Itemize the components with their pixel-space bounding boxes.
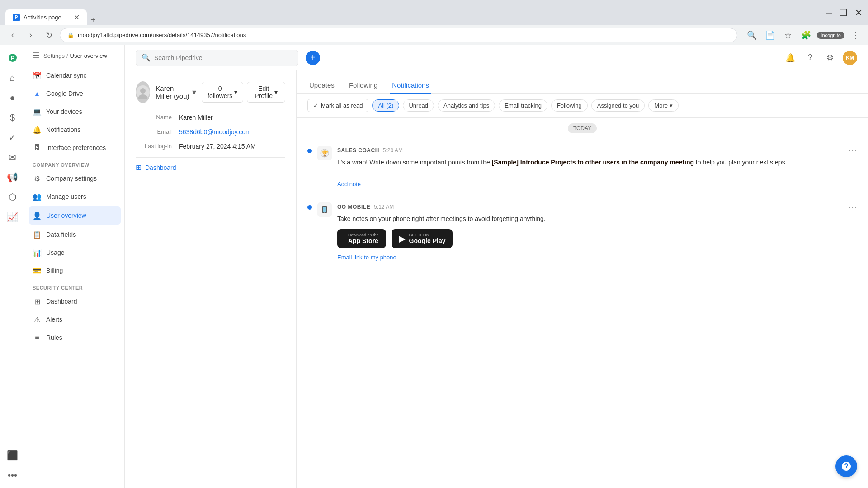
home-icon[interactable]: ⌂ [4,69,22,87]
reports-icon[interactable]: 📈 [4,208,22,226]
main-sidebar: ☰ Settings / User overview 📅 Calendar sy… [25,45,125,488]
profile-details: Name Karen Miller Email 5638d6b0@moodjoy… [136,114,285,150]
apps-icon[interactable]: ⬛ [4,446,22,465]
bookmark-button[interactable]: ☆ [781,28,795,42]
menu-toggle-icon[interactable]: ☰ [33,51,40,61]
sidebar-item-google-drive[interactable]: ▲ Google Drive [25,84,124,103]
add-note-link[interactable]: Add note [337,177,361,188]
check-icon: ✓ [313,102,318,109]
content-panels: Karen Miller (you) ▾ 0 followers ▾ Edit … [125,70,868,488]
google-play-name: Google Play [409,237,446,244]
incognito-badge: Incognito [817,32,844,39]
address-bar[interactable]: 🔒 moodjoy1altd.pipedrive.com/users/detai… [60,28,737,42]
app-store-badge[interactable]: Download on the App Store [337,229,386,248]
today-badge: TODAY [568,123,597,133]
usage-icon: 📊 [33,248,42,257]
sidebar-item-notifications[interactable]: 🔔 Notifications [25,121,124,139]
svg-text:🏆: 🏆 [321,150,328,157]
tab-updates[interactable]: Updates [307,78,336,94]
deals-icon[interactable]: $ [4,108,22,127]
filter-following[interactable]: Following [551,99,588,112]
add-button[interactable]: + [306,51,320,65]
filter-all[interactable]: All (2) [372,99,399,112]
sidebar-item-alerts[interactable]: ⚠ Alerts [25,310,124,328]
campaigns-icon[interactable]: 📢 [4,168,22,186]
sidebar-item-your-devices[interactable]: 💻 Your devices [25,103,124,121]
edit-profile-label: Edit Profile [255,85,273,99]
filter-email-tracking[interactable]: Email tracking [499,99,547,112]
sidebar-item-interface-preferences-label: Interface preferences [46,144,106,151]
search-action-button[interactable]: 🔍 [745,28,759,42]
help-icon[interactable]: ? [803,51,817,65]
email-link[interactable]: 5638d6b0@moodjoy.com [179,128,251,136]
google-play-badge[interactable]: ▶ GET IT ON Google Play [392,229,453,248]
reader-mode-button[interactable]: 📄 [763,28,777,42]
breadcrumb-settings-link[interactable]: Settings [43,52,65,59]
new-tab-button[interactable]: + [87,15,99,25]
tab-close-button[interactable]: ✕ [74,13,80,22]
sidebar-item-security-dashboard[interactable]: ⊞ Dashboard [25,292,124,310]
tab-notifications-label: Notifications [392,81,429,89]
search-bar-container: 🔍 [136,50,298,66]
sidebar-item-company-settings[interactable]: ⚙ Company settings [25,169,124,188]
security-center-section-label: SECURITY CENTER [25,280,124,292]
sidebar-item-rules[interactable]: ≡ Rules [25,328,124,347]
more-icon[interactable]: ••• [4,466,22,484]
avatar[interactable]: KM [843,51,857,65]
email-link-to-phone[interactable]: Email link to my phone [337,254,396,261]
sidebar-item-user-overview[interactable]: 👤 User overview [29,206,121,225]
projects-icon[interactable]: ⬡ [4,188,22,206]
sidebar-item-data-fields[interactable]: 📋 Data fields [25,225,124,244]
breadcrumb: Settings / User overview [43,52,107,59]
tab-notifications[interactable]: Notifications [390,78,431,94]
edit-profile-button[interactable]: Edit Profile ▾ [247,82,285,103]
sidebar-item-interface-preferences[interactable]: 🎛 Interface preferences [25,139,124,157]
go-mobile-time: 5:12 AM [374,204,394,210]
notification-go-mobile: GO MOBILE 5:12 AM ⋯ Take notes on your p… [297,195,868,268]
topbar-right: 🔔 ? ⚙ KM [783,51,857,65]
search-icon: 🔍 [142,53,151,62]
settings-icon[interactable]: ⚙ [823,51,837,65]
browser-tab-active[interactable]: P Activities page ✕ [5,9,87,25]
contacts-icon[interactable]: ● [4,89,22,107]
interface-preferences-icon: 🎛 [33,143,42,152]
refresh-button[interactable]: ↻ [42,28,56,42]
more-filters-button[interactable]: More ▾ [648,99,679,112]
mark-all-read-button[interactable]: ✓ Mark all as read [307,99,368,112]
sidebar-item-billing[interactable]: 💳 Billing [25,262,124,280]
filter-assigned[interactable]: Assigned to you [591,99,645,112]
sales-coach-more-button[interactable]: ⋯ [848,146,857,155]
pipedrive-logo-icon[interactable]: P [4,49,22,67]
mark-all-read-label: Mark all as read [321,102,363,109]
extension-button[interactable]: 🧩 [799,28,813,42]
app-topbar: 🔍 + 🔔 ? ⚙ KM [125,45,868,70]
forward-button[interactable]: › [24,28,38,42]
go-mobile-content: GO MOBILE 5:12 AM ⋯ Take notes on your p… [337,202,857,261]
maximize-button[interactable]: ❑ [840,7,848,18]
filter-analytics[interactable]: Analytics and tips [438,99,495,112]
sales-coach-text-after: to help you plan your next steps. [694,159,787,166]
sidebar-item-manage-users[interactable]: 👥 Manage users [25,188,124,206]
last-login-detail-row: Last log-in February 27, 2024 4:15 AM [136,143,285,150]
dashboard-link[interactable]: ⊞ Dashboard [136,157,285,177]
close-button[interactable]: ✕ [855,7,863,18]
sales-coach-type: SALES COACH [337,147,379,154]
search-input[interactable] [154,54,292,61]
name-label: Name [136,114,172,121]
email-label: Email [136,128,172,136]
mail-icon[interactable]: ✉ [4,148,22,166]
tab-following[interactable]: Following [347,78,379,94]
menu-button[interactable]: ⋮ [848,28,863,42]
followers-button[interactable]: 0 followers ▾ [202,82,243,103]
app-store-badge-text: Download on the App Store [348,233,379,244]
minimize-button[interactable]: ─ [826,7,832,18]
notifications-bell-icon[interactable]: 🔔 [783,51,797,65]
sidebar-item-calendar-sync[interactable]: 📅 Calendar sync [25,66,124,84]
profile-dropdown-icon[interactable]: ▾ [192,87,196,97]
back-button[interactable]: ‹ [5,28,20,42]
activities-icon[interactable]: ✓ [4,128,22,146]
sidebar-item-usage[interactable]: 📊 Usage [25,244,124,262]
go-mobile-more-button[interactable]: ⋯ [848,202,857,211]
filter-unread[interactable]: Unread [403,99,434,112]
help-fab-button[interactable] [835,455,857,477]
